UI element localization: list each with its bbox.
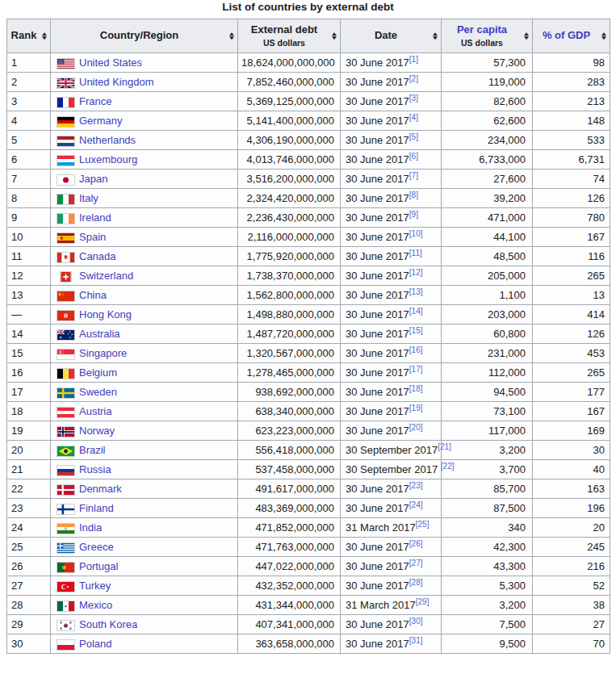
country-link[interactable]: Portugal — [79, 560, 118, 572]
reference-link[interactable]: [17] — [409, 365, 423, 374]
country-link[interactable]: Australia — [79, 328, 120, 340]
reference-link[interactable]: [24] — [409, 500, 423, 509]
column-header-date[interactable]: Date — [341, 19, 442, 53]
column-header-gdp[interactable]: % of GDP — [533, 19, 610, 53]
reference-link[interactable]: [12] — [409, 268, 423, 277]
country-cell: Russia — [51, 460, 238, 479]
rank-cell: 27 — [7, 576, 51, 596]
reference-link[interactable]: [29] — [416, 597, 430, 606]
column-header-country[interactable]: Country/Region — [51, 19, 238, 53]
country-link[interactable]: Singapore — [79, 347, 127, 359]
reference-link[interactable]: [19] — [409, 404, 423, 412]
country-flag-icon — [57, 291, 75, 301]
reference-link[interactable]: [13] — [409, 287, 423, 296]
per-capita-cell: 1,100 — [442, 286, 533, 305]
gdp-cell: 167 — [533, 402, 610, 421]
country-link[interactable]: United States — [79, 57, 142, 69]
reference-link[interactable]: [25] — [416, 520, 430, 529]
reference-link[interactable]: [16] — [409, 345, 423, 354]
reference-link[interactable]: [26] — [409, 539, 423, 548]
country-link[interactable]: Ireland — [79, 211, 111, 224]
country-link[interactable]: India — [79, 521, 102, 534]
country-flag-icon — [57, 136, 75, 146]
reference-link[interactable]: [10] — [409, 229, 423, 238]
reference-link[interactable]: [5] — [409, 132, 418, 141]
country-cell: Australia — [51, 324, 238, 344]
table-row: 10 Spain 2,116,000,000,000 30 June 2017[… — [7, 228, 610, 247]
country-link[interactable]: South Korea — [79, 618, 137, 630]
date-text: 30 June 2017 — [346, 405, 409, 417]
reference-link[interactable]: [22] — [441, 462, 455, 471]
date-text: 30 June 2017 — [346, 231, 409, 243]
reference-link[interactable]: [11] — [409, 249, 422, 257]
country-link[interactable]: Turkey — [79, 580, 111, 592]
per-capita-link[interactable]: Per capita — [457, 23, 507, 36]
country-link[interactable]: China — [79, 289, 107, 301]
country-link[interactable]: Norway — [79, 425, 115, 437]
country-link[interactable]: Greece — [79, 541, 114, 553]
country-link[interactable]: Luxembourg — [79, 153, 137, 165]
country-link[interactable]: United Kingdom — [79, 76, 154, 88]
country-cell: India — [51, 518, 238, 538]
reference-link[interactable]: [30] — [409, 617, 423, 626]
column-header-per-capita[interactable]: Per capita US dollars — [442, 19, 533, 53]
country-link[interactable]: Hong Kong — [79, 308, 132, 320]
date-text: 30 June 2017 — [346, 173, 409, 185]
table-row: 22 Denmark 491,617,000,000 30 June 2017[… — [7, 479, 610, 499]
date-text: 30 June 2017 — [346, 425, 409, 437]
external-debt-cell: 2,116,000,000,000 — [238, 228, 341, 247]
gdp-cell: 213 — [533, 92, 610, 111]
column-header-external-debt[interactable]: External debt US dollars — [238, 19, 341, 53]
country-link[interactable]: Switzerland — [79, 270, 133, 282]
reference-link[interactable]: [27] — [409, 559, 423, 567]
gdp-cell: 245 — [533, 538, 610, 557]
country-link[interactable]: Germany — [79, 115, 122, 127]
reference-link[interactable]: [23] — [409, 481, 423, 490]
gdp-link[interactable]: % of GDP — [543, 29, 590, 41]
reference-link[interactable]: [28] — [409, 578, 423, 587]
reference-link[interactable]: [15] — [409, 326, 423, 335]
per-capita-cell: 73,100 — [442, 402, 533, 421]
country-link[interactable]: Netherlands — [79, 134, 136, 146]
reference-link[interactable]: [6] — [409, 152, 418, 161]
rank-cell: 18 — [7, 402, 51, 421]
country-link[interactable]: Mexico — [79, 599, 112, 611]
date-cell: 30 June 2017[12] — [341, 266, 442, 286]
reference-link[interactable]: [8] — [409, 190, 418, 199]
reference-link[interactable]: [18] — [409, 384, 423, 393]
country-link[interactable]: Austria — [79, 405, 111, 417]
column-header-rank[interactable]: Rank — [7, 19, 51, 53]
reference-link[interactable]: [20] — [409, 423, 423, 432]
country-link[interactable]: Brazil — [79, 444, 106, 456]
date-cell: 30 June 2017[31] — [341, 634, 442, 654]
reference-link[interactable]: [21] — [438, 442, 451, 451]
country-link[interactable]: Sweden — [79, 386, 117, 398]
reference-link[interactable]: [7] — [409, 171, 418, 180]
date-cell: 30 June 2017[3] — [341, 92, 442, 111]
country-link[interactable]: Belgium — [79, 366, 117, 379]
reference-link[interactable]: [1] — [409, 55, 418, 64]
reference-link[interactable]: [14] — [409, 307, 423, 316]
country-link[interactable]: Japan — [79, 173, 107, 185]
reference-link[interactable]: [4] — [409, 113, 418, 122]
country-link[interactable]: Denmark — [79, 483, 122, 495]
country-link[interactable]: Russia — [79, 463, 111, 475]
country-link[interactable]: Italy — [79, 192, 98, 204]
table-row: 20 Brazil 556,418,000,000 30 September 2… — [7, 441, 610, 460]
country-flag-icon — [57, 504, 75, 514]
per-capita-cell: 44,100 — [442, 228, 533, 247]
date-text: 30 June 2017 — [346, 386, 409, 398]
reference-link[interactable]: [31] — [409, 636, 423, 645]
table-row: — Hong Kong 1,498,880,000,000 30 June 20… — [7, 305, 610, 324]
date-cell: 30 June 2017[26] — [341, 538, 442, 557]
country-link[interactable]: Canada — [79, 250, 116, 262]
date-text: 30 June 2017 — [346, 95, 409, 107]
rank-cell: 9 — [7, 208, 51, 228]
country-link[interactable]: France — [79, 95, 111, 107]
reference-link[interactable]: [2] — [409, 74, 418, 83]
reference-link[interactable]: [9] — [409, 210, 418, 219]
country-link[interactable]: Spain — [79, 231, 106, 243]
reference-link[interactable]: [3] — [409, 94, 418, 103]
country-link[interactable]: Poland — [79, 638, 111, 650]
country-link[interactable]: Finland — [79, 502, 114, 514]
